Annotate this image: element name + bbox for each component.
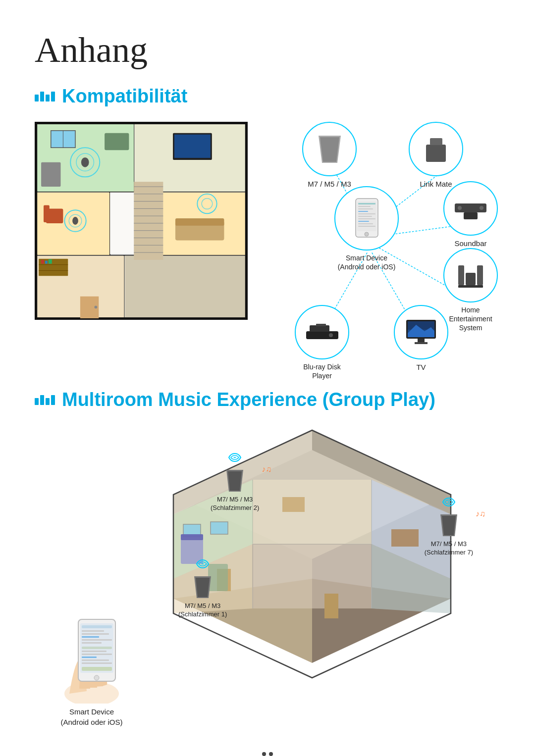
svg-rect-79	[358, 221, 369, 222]
section1-header: Kompatibilität	[35, 86, 500, 107]
section1-icon	[35, 92, 55, 101]
svg-rect-140	[82, 667, 112, 671]
compat-section: M7 / M5 / M3 Link Mate	[35, 122, 500, 359]
svg-rect-116	[181, 534, 203, 540]
svg-rect-28	[105, 133, 129, 150]
multiroom-diagram: M7/ M5 / M3(Schlafzimmer 2) ♪♫ M7/ M5 / …	[35, 425, 500, 732]
svg-rect-76	[358, 213, 375, 214]
svg-rect-137	[82, 656, 97, 658]
svg-rect-75	[358, 211, 368, 212]
bluray-label: Blu-ray DiskPlayer	[303, 362, 340, 380]
compat-diagram: M7 / M5 / M3 Link Mate	[263, 122, 500, 359]
svg-point-51	[94, 305, 97, 308]
svg-rect-13	[125, 256, 246, 318]
svg-point-64	[458, 206, 462, 210]
svg-rect-81	[358, 226, 375, 227]
homeent-label: Home EntertainmentSystem	[441, 305, 500, 333]
device-soundbar: Soundbar	[443, 181, 498, 249]
device-bluray: Blu-ray DiskPlayer	[295, 305, 349, 380]
device-tv: TV	[394, 305, 448, 372]
svg-rect-134	[82, 647, 112, 649]
page-dots	[35, 752, 500, 756]
svg-rect-91	[418, 339, 425, 343]
svg-rect-92	[415, 342, 428, 344]
svg-rect-47	[45, 261, 48, 264]
speaker-schlaf7-label: M7/ M5 / M3(Schlafzimmer 7)	[425, 540, 473, 557]
svg-rect-139	[82, 662, 112, 664]
svg-rect-9	[37, 193, 109, 255]
device-m7: M7 / M5 / M3	[302, 122, 357, 189]
svg-rect-60	[426, 145, 446, 162]
svg-rect-78	[358, 218, 375, 219]
svg-rect-136	[82, 654, 112, 655]
section1-title: Kompatibilität	[62, 86, 187, 107]
house-illustration	[35, 122, 248, 320]
svg-marker-120	[228, 471, 242, 491]
svg-rect-33	[174, 135, 211, 158]
svg-rect-133	[82, 642, 102, 644]
svg-rect-46	[41, 260, 44, 264]
svg-rect-27	[41, 162, 60, 187]
svg-point-65	[480, 206, 483, 210]
svg-rect-112	[211, 522, 228, 534]
speaker-schlaf7: M7/ M5 / M3(Schlafzimmer 7) ♪♫	[425, 497, 473, 557]
svg-marker-104	[253, 480, 372, 544]
svg-rect-68	[466, 273, 476, 285]
section2-header: Multiroom Music Experience (Group Play)	[35, 389, 500, 410]
svg-rect-129	[82, 630, 104, 632]
svg-rect-85	[316, 324, 326, 326]
svg-rect-77	[358, 216, 372, 217]
svg-rect-83	[306, 331, 338, 339]
svg-rect-113	[282, 497, 305, 512]
svg-point-86	[329, 333, 333, 337]
svg-rect-69	[458, 285, 483, 288]
svg-rect-61	[430, 138, 442, 145]
svg-rect-40	[175, 218, 224, 226]
svg-rect-14	[134, 182, 163, 260]
svg-rect-74	[358, 208, 373, 209]
device-linkmate: Link Mate	[409, 122, 463, 189]
svg-rect-138	[82, 659, 109, 661]
svg-rect-72	[358, 203, 375, 204]
device-homeent: Home EntertainmentSystem	[441, 248, 500, 333]
section2-title: Multiroom Music Experience (Group Play)	[62, 389, 435, 410]
svg-marker-122	[196, 578, 210, 597]
svg-point-31	[81, 157, 89, 167]
phone-label: Smart Device(Android oder iOS)	[338, 253, 396, 271]
section2-icon	[35, 395, 55, 405]
svg-point-38	[72, 217, 78, 225]
page-container: Anhang Kompatibilität	[0, 0, 535, 756]
page-title: Anhang	[35, 30, 500, 71]
svg-rect-66	[458, 265, 464, 285]
svg-rect-80	[358, 223, 373, 224]
svg-rect-67	[477, 265, 483, 285]
svg-rect-114	[391, 529, 419, 547]
device-phone: Smart Device(Android oder iOS)	[334, 186, 399, 271]
speaker-schlaf1-label: M7/ M5 / M3(Schlafzimmer 1)	[178, 602, 227, 619]
page-number-area: 67	[35, 752, 500, 756]
svg-rect-135	[82, 651, 107, 652]
soundbar-label: Soundbar	[454, 239, 486, 249]
svg-marker-59	[320, 137, 339, 162]
speaker-schlaf1: M7/ M5 / M3(Schlafzimmer 1)	[178, 559, 227, 619]
svg-rect-132	[82, 639, 112, 641]
svg-rect-73	[358, 206, 371, 207]
phone-multi-label: Smart Device(Android oder iOS)	[60, 706, 122, 727]
svg-rect-128	[82, 625, 112, 628]
smart-device-multi: Smart Device(Android oder iOS)	[50, 605, 134, 727]
svg-marker-107	[253, 544, 372, 608]
svg-point-141	[94, 675, 99, 680]
tv-label: TV	[416, 362, 426, 372]
svg-marker-124	[442, 516, 456, 535]
svg-rect-35	[44, 205, 50, 222]
svg-point-82	[365, 232, 369, 236]
svg-rect-130	[82, 633, 109, 635]
svg-rect-63	[464, 212, 478, 219]
svg-rect-131	[82, 636, 99, 638]
svg-rect-110	[324, 594, 338, 618]
speaker-schlaf2: M7/ M5 / M3(Schlafzimmer 2) ♪♫	[211, 453, 259, 512]
svg-rect-48	[49, 259, 52, 264]
speaker-schlaf2-label: M7/ M5 / M3(Schlafzimmer 2)	[211, 496, 259, 512]
